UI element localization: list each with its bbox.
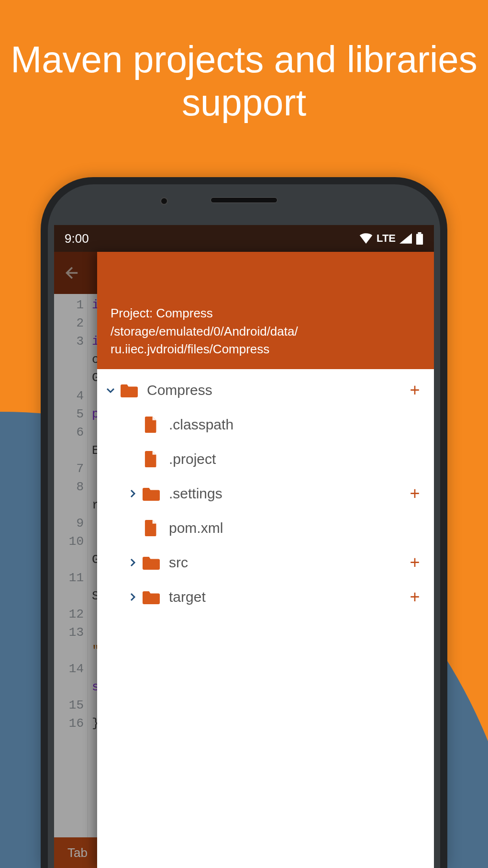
- file-tree: Compress + .classpath: [97, 369, 434, 868]
- chevron-down-icon[interactable]: [102, 384, 119, 396]
- status-icons: LTE: [359, 232, 423, 245]
- tree-root-row[interactable]: Compress +: [97, 373, 434, 407]
- add-button[interactable]: +: [406, 484, 423, 504]
- file-icon: [141, 451, 161, 467]
- project-title: Project: Compress: [111, 304, 421, 323]
- project-drawer: Project: Compress /storage/emulated/0/An…: [97, 252, 434, 868]
- tree-node-label: Compress: [147, 382, 406, 398]
- tree-folder-row[interactable]: target +: [97, 580, 434, 614]
- tree-file-row[interactable]: .project: [97, 442, 434, 476]
- project-path-1: /storage/emulated/0/Android/data/: [111, 323, 421, 341]
- folder-icon: [141, 590, 161, 604]
- chevron-right-icon[interactable]: [124, 488, 141, 499]
- tree-node-label: src: [169, 554, 406, 571]
- wifi-icon: [359, 233, 373, 244]
- tree-folder-row[interactable]: .settings +: [97, 476, 434, 511]
- tree-node-label: target: [169, 589, 406, 605]
- svg-rect-1: [418, 232, 421, 234]
- battery-icon: [416, 232, 423, 245]
- file-icon: [141, 417, 161, 433]
- phone-mockup: 9:00 LTE 1 2 3 4 5 6 7: [41, 177, 447, 868]
- status-bar: 9:00 LTE: [54, 225, 434, 252]
- marketing-headline: Maven projects and libraries support: [0, 38, 488, 124]
- speaker-grille: [211, 197, 277, 203]
- tree-node-label: .project: [169, 451, 423, 467]
- project-drawer-header: Project: Compress /storage/emulated/0/An…: [97, 252, 434, 369]
- tree-node-label: .settings: [169, 485, 406, 502]
- device-screen: 9:00 LTE 1 2 3 4 5 6 7: [54, 225, 434, 868]
- svg-rect-0: [416, 234, 423, 245]
- folder-icon: [141, 555, 161, 570]
- add-button[interactable]: +: [406, 380, 423, 400]
- tree-folder-row[interactable]: src +: [97, 545, 434, 580]
- tree-node-label: pom.xml: [169, 520, 423, 536]
- chevron-right-icon[interactable]: [124, 557, 141, 568]
- tree-file-row[interactable]: .classpath: [97, 407, 434, 442]
- folder-icon: [141, 486, 161, 501]
- signal-icon: [399, 233, 412, 244]
- camera-dot: [160, 197, 168, 205]
- tree-file-row[interactable]: pom.xml: [97, 511, 434, 545]
- project-path-2: ru.iiec.jvdroid/files/Compress: [111, 340, 421, 359]
- add-button[interactable]: +: [406, 587, 423, 607]
- tree-node-label: .classpath: [169, 417, 423, 433]
- file-icon: [141, 520, 161, 536]
- folder-icon: [119, 383, 139, 397]
- status-time: 9:00: [65, 231, 89, 246]
- network-label: LTE: [377, 232, 396, 245]
- add-button[interactable]: +: [406, 552, 423, 573]
- chevron-right-icon[interactable]: [124, 591, 141, 603]
